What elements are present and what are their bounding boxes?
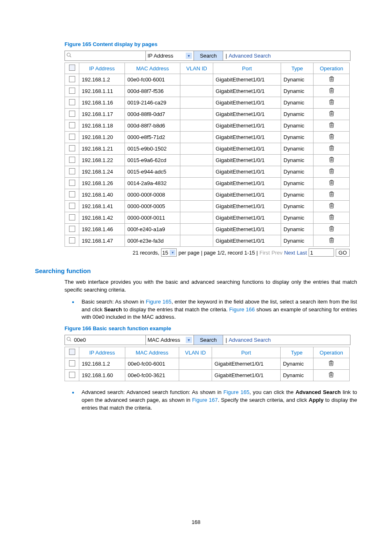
cell-vlan (180, 155, 213, 166)
row-checkbox[interactable] (69, 111, 75, 117)
trash-icon[interactable] (329, 191, 334, 197)
search-button[interactable]: Search (194, 51, 223, 60)
cell-ip: 192.168.1.60 (79, 370, 125, 381)
row-checkbox[interactable] (69, 372, 75, 378)
cell-ip: 192.168.1.26 (79, 178, 125, 189)
trash-icon[interactable] (329, 156, 334, 163)
trash-icon[interactable] (329, 76, 334, 82)
col-type[interactable]: Type (281, 63, 314, 74)
search-field-select[interactable]: MAC Address ▾ (146, 335, 194, 345)
pager-next[interactable]: Next (284, 250, 295, 256)
row-checkbox[interactable] (69, 226, 75, 232)
cell-mac: 0015-e9b0-1502 (125, 143, 180, 155)
cell-vlan (180, 109, 213, 120)
search-field-select[interactable]: IP Address ▾ (146, 51, 194, 60)
link-figure-165[interactable]: Figure 165 (224, 389, 249, 395)
go-button[interactable]: GO (336, 249, 350, 257)
col-type[interactable]: Type (280, 347, 313, 358)
trash-icon[interactable] (329, 99, 334, 105)
pager-last[interactable]: Last (297, 250, 307, 256)
trash-icon[interactable] (329, 214, 334, 220)
trash-icon[interactable] (328, 371, 334, 378)
cell-vlan (180, 166, 213, 178)
row-checkbox[interactable] (69, 214, 75, 220)
trash-icon[interactable] (329, 87, 334, 94)
search-input[interactable] (73, 336, 144, 343)
svg-point-0 (67, 53, 70, 56)
row-checkbox[interactable] (69, 145, 75, 151)
link-figure-167[interactable]: Figure 167 (192, 397, 218, 403)
row-checkbox[interactable] (69, 76, 75, 82)
trash-icon[interactable] (329, 202, 334, 209)
trash-icon[interactable] (329, 133, 334, 140)
cell-ip: 192.168.1.41 (79, 201, 125, 212)
trash-icon[interactable] (329, 225, 334, 232)
row-checkbox[interactable] (69, 360, 75, 366)
select-all-checkbox[interactable] (69, 65, 75, 71)
col-vlan[interactable]: VLAN ID (180, 63, 213, 74)
advanced-search-wrap: | Advanced Search (223, 51, 350, 60)
cell-type: Dynamic (281, 132, 314, 143)
row-checkbox[interactable] (69, 180, 75, 186)
cell-type: Dynamic (281, 189, 314, 201)
row-checkbox[interactable] (69, 134, 75, 140)
cell-port: GigabitEthernet1/0/1 (213, 74, 281, 86)
col-op: Operation (313, 347, 349, 358)
cell-mac: 00e0-fc00-3621 (125, 370, 179, 381)
cell-ip: 192.168.1.40 (79, 189, 125, 201)
trash-icon[interactable] (328, 360, 334, 366)
col-port[interactable]: Port (213, 63, 281, 74)
link-figure-166[interactable]: Figure 166 (229, 306, 255, 313)
row-checkbox[interactable] (69, 122, 75, 128)
cell-port: GigabitEthernet1/0/1 (213, 201, 281, 212)
arp-table-166: IP Address MAC Address VLAN ID Port Type… (65, 347, 350, 381)
trash-icon[interactable] (329, 179, 334, 186)
select-all-checkbox[interactable] (69, 349, 75, 355)
row-checkbox[interactable] (69, 191, 75, 197)
cell-mac: 0000-000f-0008 (125, 189, 180, 201)
cell-port: GigabitEthernet1/0/1 (213, 155, 281, 166)
cell-ip: 192.168.1.17 (79, 109, 125, 120)
col-mac[interactable]: MAC Address (125, 63, 180, 74)
advanced-search-link[interactable]: Advanced Search (228, 337, 271, 343)
row-checkbox[interactable] (69, 88, 75, 94)
cell-ip: 192.168.1.11 (79, 86, 125, 97)
search-icon (67, 337, 71, 343)
cell-port: GigabitEthernet1/0/1 (213, 97, 281, 109)
cell-vlan (180, 120, 213, 132)
row-checkbox[interactable] (69, 237, 75, 243)
trash-icon[interactable] (329, 145, 334, 151)
col-port[interactable]: Port (212, 347, 281, 358)
col-ip[interactable]: IP Address (79, 347, 125, 358)
cell-type: Dynamic (281, 235, 314, 247)
search-field-wrap (65, 335, 146, 345)
cell-port: GigabitEthernet1/0/1 (213, 109, 281, 120)
bullet-advanced-search: • Advanced search: Advanced search funct… (72, 389, 357, 412)
page-number: 168 (35, 519, 357, 525)
cell-mac: 000d-88f8-0dd7 (125, 109, 180, 120)
bullet-basic-search: • Basic search: As shown in Figure 165, … (72, 298, 357, 322)
cell-vlan (180, 235, 213, 247)
advanced-search-link[interactable]: Advanced Search (228, 53, 271, 59)
trash-icon[interactable] (329, 237, 334, 243)
per-page-select[interactable]: 15 ▾ (161, 248, 177, 257)
row-checkbox[interactable] (69, 168, 75, 174)
cell-type: Dynamic (280, 358, 313, 370)
table-row: 192.168.1.160019-2146-ca29GigabitEtherne… (65, 97, 350, 109)
trash-icon[interactable] (329, 122, 334, 128)
table-row: 192.168.1.6000e0-fc00-3621GigabitEtherne… (65, 370, 350, 381)
cell-type: Dynamic (281, 166, 314, 178)
link-figure-165[interactable]: Figure 165 (146, 299, 171, 305)
row-checkbox[interactable] (69, 157, 75, 163)
trash-icon[interactable] (329, 110, 334, 117)
pager: 21 records, 15 ▾ per page | page 1/2, re… (65, 248, 350, 257)
col-mac[interactable]: MAC Address (125, 347, 179, 358)
trash-icon[interactable] (329, 168, 334, 174)
search-button[interactable]: Search (194, 335, 223, 345)
row-checkbox[interactable] (69, 203, 75, 209)
row-checkbox[interactable] (69, 99, 75, 105)
col-ip[interactable]: IP Address (79, 63, 125, 74)
page-input[interactable] (309, 248, 334, 257)
col-vlan[interactable]: VLAN ID (179, 347, 212, 358)
search-input[interactable] (73, 52, 144, 59)
